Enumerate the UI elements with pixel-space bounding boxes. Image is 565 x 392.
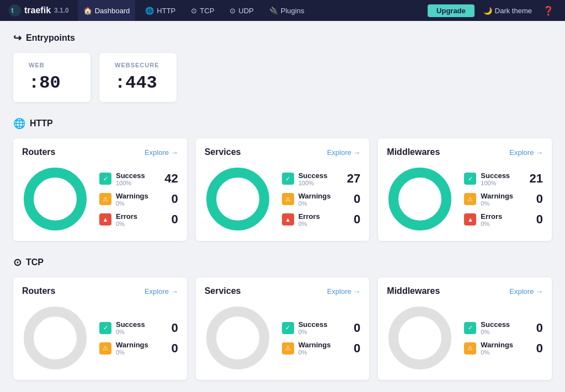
http-routers-explore[interactable]: Explore → xyxy=(145,148,178,157)
http-routers-card: Routers Explore → ✓ Success xyxy=(13,138,187,241)
http-middlewares-errors: ▲ Errors 0% 0 xyxy=(464,212,543,227)
help-button[interactable]: ❓ xyxy=(541,6,556,16)
svg-text:t: t xyxy=(11,7,13,14)
entrypoint-websecure-port: :443 xyxy=(115,73,161,93)
entrypoint-websecure[interactable]: WEBSECURE :443 xyxy=(99,53,177,102)
nav-version: 3.1.0 xyxy=(54,7,69,14)
http-middlewares-donut xyxy=(387,166,453,232)
http-routers-title: Routers xyxy=(22,147,55,157)
error-badge: ▲ xyxy=(282,213,294,225)
tcp-routers-card: Routers Explore → ✓ Success 0% xyxy=(13,277,187,380)
tcp-middlewares-success: ✓ Success 0% 0 xyxy=(464,320,543,335)
tcp-routers-success: ✓ Success 0% 0 xyxy=(99,320,178,335)
upgrade-button[interactable]: Upgrade xyxy=(428,4,475,17)
http-services-header: Services Explore → xyxy=(205,147,361,157)
tcp-middlewares-card: Middlewares Explore → ✓ Success 0% xyxy=(378,277,552,380)
tcp-services-header: Services Explore → xyxy=(205,286,361,296)
http-middlewares-header: Middlewares Explore → xyxy=(387,147,543,157)
warning-badge: ⚠ xyxy=(464,342,476,355)
error-badge: ▲ xyxy=(464,213,476,225)
tcp-services-title: Services xyxy=(205,286,241,296)
entrypoint-web-port: :80 xyxy=(29,73,75,93)
plugins-icon: 🔌 xyxy=(269,7,278,15)
svg-point-10 xyxy=(403,182,436,216)
entrypoint-websecure-name: WEBSECURE xyxy=(115,62,161,68)
warning-badge: ⚠ xyxy=(282,193,294,205)
http-routers-header: Routers Explore → xyxy=(22,147,178,157)
svg-point-16 xyxy=(403,321,436,355)
tcp-middlewares-title: Middlewares xyxy=(387,286,440,296)
tcp-services-donut xyxy=(205,305,271,371)
warning-badge: ⚠ xyxy=(282,342,294,355)
tcp-services-card: Services Explore → ✓ Success 0% xyxy=(196,277,370,380)
tcp-middlewares-donut xyxy=(387,305,453,371)
tcp-routers-legend: ✓ Success 0% 0 ⚠ Warnings 0% 0 xyxy=(99,320,178,356)
help-icon: ❓ xyxy=(543,6,554,15)
udp-icon: ⊙ xyxy=(230,7,236,15)
svg-point-4 xyxy=(39,182,72,216)
http-services-success: ✓ Success 100% 27 xyxy=(282,171,361,186)
success-badge: ✓ xyxy=(282,322,294,334)
success-badge: ✓ xyxy=(464,322,476,334)
http-middlewares-title: Middlewares xyxy=(387,147,440,157)
tcp-routers-explore[interactable]: Explore → xyxy=(145,287,178,296)
svg-point-14 xyxy=(221,321,254,355)
http-routers-legend: ✓ Success 100% 42 ⚠ Warnings 0% 0 xyxy=(99,171,178,227)
tcp-middlewares-legend: ✓ Success 0% 0 ⚠ Warnings 0% 0 xyxy=(464,320,543,356)
http-section-header: 🌐 HTTP xyxy=(13,117,552,130)
http-middlewares-card: Middlewares Explore → ✓ Success xyxy=(378,138,552,241)
tcp-services-explore[interactable]: Explore → xyxy=(327,287,361,296)
tcp-middlewares-body: ✓ Success 0% 0 ⚠ Warnings 0% 0 xyxy=(387,305,543,371)
tcp-icon: ⊙ xyxy=(191,7,197,15)
logo-icon: t xyxy=(9,4,21,17)
entrypoints-icon: ↪ xyxy=(13,32,22,44)
nav-plugins[interactable]: 🔌 Plugins xyxy=(264,0,310,21)
http-routers-donut xyxy=(22,166,88,232)
success-badge: ✓ xyxy=(282,173,294,185)
nav-http[interactable]: 🌐 HTTP xyxy=(140,0,181,21)
success-badge: ✓ xyxy=(464,173,476,185)
logo: t traefik 3.1.0 xyxy=(9,4,69,17)
http-middlewares-warnings: ⚠ Warnings 0% 0 xyxy=(464,192,543,207)
error-badge: ▲ xyxy=(99,213,111,225)
success-badge: ✓ xyxy=(99,322,111,334)
svg-point-0 xyxy=(9,4,21,17)
http-section-icon: 🌐 xyxy=(13,117,25,130)
http-middlewares-success: ✓ Success 100% 21 xyxy=(464,171,543,186)
tcp-middlewares-header: Middlewares Explore → xyxy=(387,286,543,296)
warning-badge: ⚠ xyxy=(99,193,111,205)
tcp-middlewares-explore[interactable]: Explore → xyxy=(509,287,543,296)
http-routers-body: ✓ Success 100% 42 ⚠ Warnings 0% 0 xyxy=(22,166,178,232)
tcp-routers-body: ✓ Success 0% 0 ⚠ Warnings 0% 0 xyxy=(22,305,178,371)
http-middlewares-explore[interactable]: Explore → xyxy=(509,148,543,157)
tcp-section-title: TCP xyxy=(26,257,44,267)
http-services-warnings: ⚠ Warnings 0% 0 xyxy=(282,192,361,207)
http-services-title: Services xyxy=(205,147,241,157)
svg-point-7 xyxy=(221,182,254,216)
tcp-routers-warnings: ⚠ Warnings 0% 0 xyxy=(99,341,178,356)
warning-badge: ⚠ xyxy=(99,342,111,355)
nav-dashboard[interactable]: 🏠 Dashboard xyxy=(78,0,136,21)
http-services-body: ✓ Success 100% 27 ⚠ Warnings 0% 0 xyxy=(205,166,361,232)
navbar: t traefik 3.1.0 🏠 Dashboard 🌐 HTTP ⊙ TCP… xyxy=(0,0,565,21)
http-services-errors: ▲ Errors 0% 0 xyxy=(282,212,361,227)
svg-point-12 xyxy=(39,321,72,355)
entrypoints-section-header: ↪ Entrypoints xyxy=(13,32,552,44)
tcp-section-icon: ⊙ xyxy=(13,256,22,269)
entrypoints-row: WEB :80 WEBSECURE :443 xyxy=(13,53,552,102)
tcp-routers-title: Routers xyxy=(22,286,55,296)
http-services-card: Services Explore → ✓ Success xyxy=(196,138,370,241)
dashboard-icon: 🏠 xyxy=(83,7,92,15)
dark-theme-toggle[interactable]: 🌙 Dark theme xyxy=(479,7,536,15)
tcp-cards-row: Routers Explore → ✓ Success 0% xyxy=(13,277,552,380)
tcp-routers-header: Routers Explore → xyxy=(22,286,178,296)
http-middlewares-body: ✓ Success 100% 21 ⚠ Warnings 0% 0 xyxy=(387,166,543,232)
tcp-routers-donut xyxy=(22,305,88,371)
entrypoint-web[interactable]: WEB :80 xyxy=(13,53,90,102)
nav-udp[interactable]: ⊙ UDP xyxy=(224,0,259,21)
http-services-explore[interactable]: Explore → xyxy=(327,148,361,157)
nav-tcp[interactable]: ⊙ TCP xyxy=(185,0,220,21)
moon-icon: 🌙 xyxy=(483,7,492,15)
tcp-services-legend: ✓ Success 0% 0 ⚠ Warnings 0% 0 xyxy=(282,320,361,356)
http-services-legend: ✓ Success 100% 27 ⚠ Warnings 0% 0 xyxy=(282,171,361,227)
